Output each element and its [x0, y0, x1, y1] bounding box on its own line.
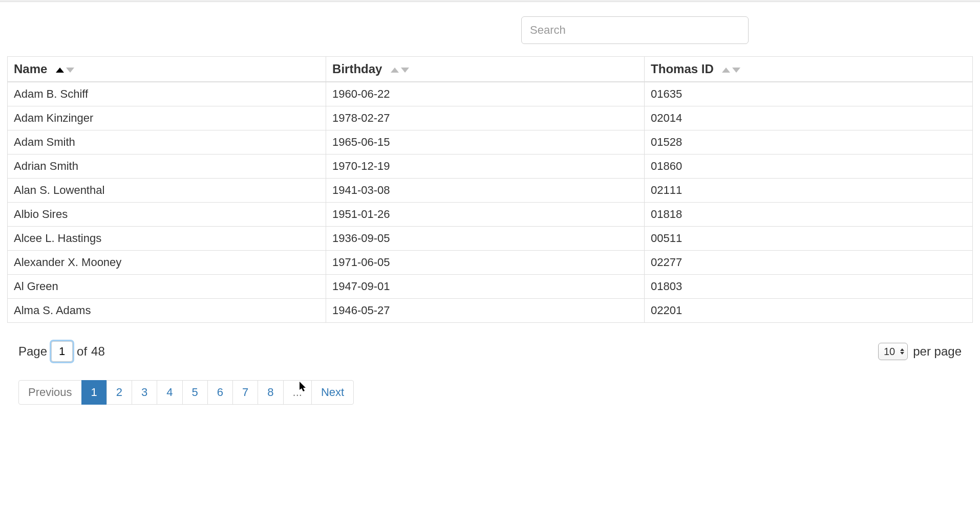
table-row: Alcee L. Hastings1936-09-0500511	[8, 227, 973, 251]
table-row: Albio Sires1951-01-2601818	[8, 203, 973, 227]
pagination-page-4[interactable]: 4	[157, 380, 182, 405]
cell-name: Adam Kinzinger	[8, 106, 326, 130]
cell-birthday: 1951-01-26	[326, 203, 645, 227]
footer-row: Page of 48 10 per page	[7, 341, 973, 362]
page-label: Page	[18, 344, 47, 359]
sort-desc-icon[interactable]	[66, 68, 74, 73]
cell-birthday: 1970-12-19	[326, 154, 645, 179]
table-row: Al Green1947-09-0101803	[8, 275, 973, 299]
sort-icons	[722, 68, 740, 73]
table-row: Alexander X. Mooney1971-06-0502277	[8, 251, 973, 275]
search-row	[7, 16, 973, 44]
total-pages: 48	[91, 344, 105, 359]
cell-name: Al Green	[8, 275, 326, 299]
main-container: Name Birthday Thomas ID	[0, 2, 980, 425]
cell-name: Adam B. Schiff	[8, 82, 326, 106]
cell-birthday: 1978-02-27	[326, 106, 645, 130]
page-number-input[interactable]	[51, 341, 73, 362]
column-header-thomas-id[interactable]: Thomas ID	[645, 57, 973, 82]
cell-name: Alma S. Adams	[8, 299, 326, 323]
pagination-previous: Previous	[18, 380, 82, 405]
cell-birthday: 1965-06-15	[326, 130, 645, 154]
cell-thomas_id: 02201	[645, 299, 973, 323]
cell-thomas_id: 02111	[645, 179, 973, 203]
sort-desc-icon[interactable]	[732, 68, 740, 73]
column-header-birthday[interactable]: Birthday	[326, 57, 645, 82]
cell-name: Adrian Smith	[8, 154, 326, 179]
cell-birthday: 1960-06-22	[326, 82, 645, 106]
search-input[interactable]	[521, 16, 749, 44]
pagination: Previous12345678...Next	[18, 380, 973, 405]
pagination-page-3[interactable]: 3	[132, 380, 157, 405]
pagination-next[interactable]: Next	[311, 380, 354, 405]
column-header-name[interactable]: Name	[8, 57, 326, 82]
pagination-page-2[interactable]: 2	[106, 380, 132, 405]
sort-icons	[56, 68, 74, 73]
cell-birthday: 1946-05-27	[326, 299, 645, 323]
cell-name: Alexander X. Mooney	[8, 251, 326, 275]
table-body: Adam B. Schiff1960-06-2201635Adam Kinzin…	[8, 82, 973, 323]
cell-birthday: 1941-03-08	[326, 179, 645, 203]
cell-thomas_id: 01803	[645, 275, 973, 299]
cell-name: Adam Smith	[8, 130, 326, 154]
pagination-page-7[interactable]: 7	[232, 380, 258, 405]
per-page-control: 10 per page	[878, 343, 962, 360]
table-row: Adam Smith1965-06-1501528	[8, 130, 973, 154]
per-page-select[interactable]: 10	[878, 343, 908, 360]
page-of-indicator: Page of 48	[18, 341, 105, 362]
sort-asc-icon[interactable]	[391, 68, 399, 73]
pagination-ellipsis: ...	[283, 380, 312, 405]
cell-thomas_id: 02277	[645, 251, 973, 275]
cell-thomas_id: 01635	[645, 82, 973, 106]
pagination-page-1[interactable]: 1	[81, 380, 107, 405]
table-row: Alma S. Adams1946-05-2702201	[8, 299, 973, 323]
sort-asc-icon[interactable]	[722, 68, 730, 73]
cell-thomas_id: 00511	[645, 227, 973, 251]
column-label: Name	[14, 62, 47, 76]
pagination-page-5[interactable]: 5	[182, 380, 208, 405]
cell-name: Albio Sires	[8, 203, 326, 227]
cell-name: Alan S. Lowenthal	[8, 179, 326, 203]
cell-thomas_id: 01860	[645, 154, 973, 179]
table-row: Adam Kinzinger1978-02-2702014	[8, 106, 973, 130]
cell-thomas_id: 01818	[645, 203, 973, 227]
cell-birthday: 1947-09-01	[326, 275, 645, 299]
select-arrows-icon	[900, 348, 904, 355]
cell-birthday: 1936-09-05	[326, 227, 645, 251]
pagination-page-8[interactable]: 8	[258, 380, 283, 405]
sort-desc-icon[interactable]	[401, 68, 409, 73]
table-header: Name Birthday Thomas ID	[8, 57, 973, 82]
cell-name: Alcee L. Hastings	[8, 227, 326, 251]
column-label: Thomas ID	[651, 62, 714, 76]
table-row: Adam B. Schiff1960-06-2201635	[8, 82, 973, 106]
table-header-row: Name Birthday Thomas ID	[8, 57, 973, 82]
data-table: Name Birthday Thomas ID	[7, 56, 973, 323]
cell-thomas_id: 02014	[645, 106, 973, 130]
of-label: of	[77, 344, 87, 359]
per-page-value: 10	[884, 346, 895, 358]
sort-asc-icon[interactable]	[56, 68, 64, 73]
column-label: Birthday	[332, 62, 382, 76]
sort-icons	[391, 68, 409, 73]
table-row: Alan S. Lowenthal1941-03-0802111	[8, 179, 973, 203]
pagination-page-6[interactable]: 6	[207, 380, 233, 405]
cell-birthday: 1971-06-05	[326, 251, 645, 275]
table-row: Adrian Smith1970-12-1901860	[8, 154, 973, 179]
cell-thomas_id: 01528	[645, 130, 973, 154]
per-page-label: per page	[913, 344, 962, 359]
